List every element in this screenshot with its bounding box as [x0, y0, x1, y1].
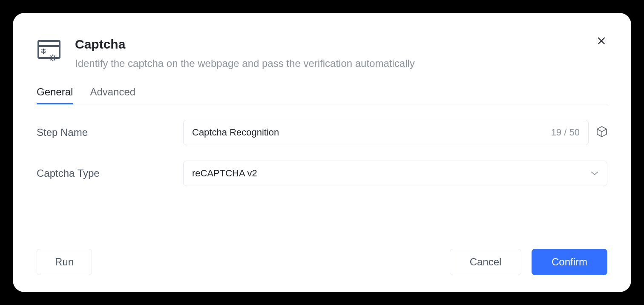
- step-name-row: Step Name 19 / 50: [37, 120, 607, 145]
- dialog-subtitle: Identify the captcha on the webpage and …: [75, 56, 607, 71]
- captcha-type-value: reCAPTCHA v2: [192, 168, 257, 179]
- dialog-header: Captcha Identify the captcha on the webp…: [37, 37, 607, 71]
- close-button[interactable]: [595, 35, 607, 47]
- variable-button[interactable]: [596, 126, 607, 139]
- char-count: 19 / 50: [551, 127, 580, 138]
- svg-rect-2: [38, 41, 60, 58]
- svg-line-12: [44, 49, 45, 50]
- svg-point-13: [52, 57, 54, 59]
- form: Step Name 19 / 50 Captcha Type: [37, 120, 607, 233]
- run-button[interactable]: Run: [37, 249, 92, 275]
- svg-line-19: [54, 59, 55, 60]
- tab-advanced[interactable]: Advanced: [90, 86, 135, 104]
- captcha-dialog: Captcha Identify the captcha on the webp…: [13, 13, 631, 292]
- chevron-down-icon: [591, 170, 598, 177]
- cancel-button[interactable]: Cancel: [450, 249, 521, 275]
- close-icon: [596, 36, 607, 46]
- svg-line-20: [50, 59, 52, 60]
- step-name-input[interactable]: [192, 127, 546, 138]
- captcha-type-row: Captcha Type reCAPTCHA v2: [37, 161, 607, 186]
- dialog-title: Captcha: [75, 37, 607, 52]
- captcha-window-icon: [37, 39, 64, 66]
- header-text: Captcha Identify the captcha on the webp…: [75, 37, 607, 71]
- step-name-input-wrapper: 19 / 50: [183, 120, 589, 145]
- captcha-type-label: Captcha Type: [37, 167, 173, 179]
- captcha-type-control: reCAPTCHA v2: [183, 161, 607, 186]
- dialog-footer: Run Cancel Confirm: [37, 233, 607, 275]
- footer-right: Cancel Confirm: [450, 249, 607, 275]
- cube-icon: [596, 126, 607, 138]
- svg-point-4: [43, 50, 44, 52]
- svg-line-10: [44, 52, 45, 53]
- step-name-control: 19 / 50: [183, 120, 607, 145]
- svg-line-21: [54, 55, 55, 57]
- captcha-type-select[interactable]: reCAPTCHA v2: [183, 161, 607, 186]
- step-name-label: Step Name: [37, 127, 173, 138]
- tabs: General Advanced: [37, 86, 607, 104]
- svg-line-9: [42, 49, 43, 50]
- svg-line-11: [42, 52, 43, 53]
- svg-line-18: [50, 55, 52, 57]
- tab-general[interactable]: General: [37, 86, 73, 104]
- confirm-button[interactable]: Confirm: [532, 249, 607, 275]
